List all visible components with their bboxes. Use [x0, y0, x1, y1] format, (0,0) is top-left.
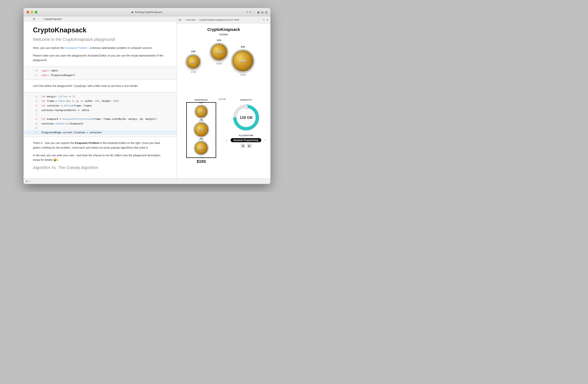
status-bar: ⊞ □	[23, 178, 271, 184]
donut-chart: 128 GB	[231, 103, 261, 133]
code-block-1: 10 import UIKit 11 import PlaygroundSupp…	[23, 66, 177, 80]
status-icon-1[interactable]: ⊞	[26, 180, 28, 183]
etc-coin: ETC	[193, 122, 209, 137]
live-toolbar: ⊞ ‹ › Live View › CryptoKnapsack.playgro…	[177, 16, 271, 23]
algorithm-selector[interactable]: Dynamic Programming	[231, 138, 261, 142]
algorithm-label: ALGORITHM	[226, 134, 267, 136]
titlebar: ▶ Running CryptoKnapsack ≡ ↻ ← ▣ ▤ ▥	[23, 8, 271, 16]
forward-nav-icon[interactable]: ›	[38, 18, 39, 20]
live-forward-icon[interactable]: ›	[184, 18, 185, 21]
zec-size: 12 GB	[190, 71, 196, 73]
veri-coin-wrapper: $138 VERI 30 GB	[210, 43, 228, 61]
algo-next-label: Cu	[264, 139, 267, 141]
algorithm-section: ALGORITHM dy Dynamic Programming Cu	[226, 134, 267, 148]
code-inline-liveview: liveView	[73, 84, 87, 88]
playground-icon: ▶	[132, 11, 133, 13]
donut-center: 128 GB	[240, 115, 253, 120]
xmr-coin-wrapper: $190 XMR 45 GB	[231, 49, 254, 73]
window-controls	[26, 11, 37, 13]
back-nav-icon[interactable]: ‹	[36, 18, 37, 20]
knapsack-section: KNAPSACK 120 GB $123 LTC 16 GB	[181, 99, 222, 164]
neo-knapsack-wrapper: $54 NEO 40 GB	[194, 140, 209, 156]
editor-pane: ⊞ ‹ › 📄 CryptoKnapsack CryptoKnapsack We…	[23, 16, 177, 178]
zec-name: ZEC	[191, 60, 196, 64]
xmr-name: XMR	[240, 59, 246, 63]
million-paragraph: In the end, you can write your own - and…	[33, 153, 168, 162]
zec-coin: ZEC	[185, 54, 201, 70]
editor-breadcrumb: CryptoKnapsack	[44, 18, 62, 20]
play-button[interactable]: ▶	[247, 144, 251, 148]
capacity-value: 128 GB	[240, 115, 253, 120]
capacity-top-label: 120 GB	[219, 98, 226, 100]
knapsack-total: $193	[181, 159, 222, 164]
live-content: CryptoKnapsack COINS $138 VERI 30 GB	[177, 23, 271, 178]
code-block-2: 13 let margin: CGFloat = 15 14 let frame…	[23, 92, 177, 137]
minimize-button[interactable]	[31, 11, 33, 13]
grid-icon[interactable]: ⊞	[33, 17, 35, 20]
main-content: ⊞ ‹ › 📄 CryptoKnapsack CryptoKnapsack We…	[23, 16, 271, 178]
ltc-coin: LTC	[194, 105, 208, 119]
knapsack-box: $123 LTC 16 GB $16 ETC	[186, 102, 216, 158]
close-button[interactable]	[26, 11, 29, 13]
status-icon-2[interactable]: □	[29, 180, 30, 183]
live-back-icon[interactable]: ‹	[182, 18, 183, 21]
live-close-icon[interactable]: ✕	[266, 18, 269, 21]
titlebar-actions: ≡ ↻ ← ▣ ▤ ▥	[246, 11, 268, 14]
neo-name: NEO	[199, 147, 204, 150]
bottom-section: KNAPSACK 120 GB $123 LTC 16 GB	[181, 99, 267, 164]
zec-coin-wrapper: $199 ZEC 12 GB	[185, 54, 201, 70]
list-icon[interactable]: ≡	[246, 11, 248, 14]
ltc-price: $123	[199, 102, 203, 104]
coins-label: COINS	[181, 33, 267, 36]
algo-prev-label: dy	[226, 139, 228, 141]
ltc-knapsack-wrapper: $123 LTC 16 GB	[194, 105, 208, 119]
live-toolbar-left: ⊞ ‹ › Live View › CryptoKnapsack.playgro…	[179, 18, 261, 21]
neo-size: 40 GB	[199, 157, 204, 158]
page-subtitle: Welcome to the CryptoKnapsack playground…	[33, 37, 168, 42]
liveview-paragraph: Let's first define the playground's live…	[33, 84, 168, 88]
veri-size: 30 GB	[216, 63, 222, 65]
capacity-section: CAPACITY 12	[226, 99, 267, 148]
live-breadcrumb-live: Live View	[186, 19, 196, 21]
knapsack-label: KNAPSACK	[181, 99, 222, 101]
layout3-icon[interactable]: ▥	[265, 11, 268, 14]
neo-price: $54	[200, 137, 203, 139]
live-add-icon[interactable]: +	[263, 18, 265, 22]
layout1-icon[interactable]: ▣	[257, 11, 260, 14]
veri-name: VERI	[216, 50, 222, 54]
algo-controls: ■ ▶	[226, 144, 267, 148]
algo-heading: Algorithm #1: The Greedy Algorithm	[33, 165, 168, 170]
veri-coin: VERI	[210, 43, 228, 61]
maximize-button[interactable]	[35, 11, 37, 13]
etc-name: ETC	[199, 128, 204, 131]
refresh-icon[interactable]: ↻	[249, 11, 252, 14]
coins-area: $138 VERI 30 GB $190 XMR	[181, 39, 267, 97]
ltc-name: LTC	[199, 111, 203, 113]
explore-paragraph: That's it - now you can explore the Knap…	[33, 141, 168, 150]
intro-paragraph: Here, you can explore the Knapsack Probl…	[33, 46, 168, 50]
etc-knapsack-wrapper: $16 ETC 64 GB	[193, 122, 209, 137]
etc-price: $16	[200, 119, 203, 120]
stop-button[interactable]: ■	[241, 144, 245, 148]
xmr-price: $190	[241, 46, 245, 48]
knapsack-link[interactable]: Knapsack Problem	[65, 46, 87, 49]
live-pane: ⊞ ‹ › Live View › CryptoKnapsack.playgro…	[177, 16, 271, 178]
capacity-label: CAPACITY	[240, 99, 252, 101]
xmr-coin: XMR	[231, 49, 254, 73]
live-grid-icon[interactable]: ⊞	[179, 18, 181, 21]
live-breadcrumb-file: CryptoKnapsack.playground (Live View)	[199, 19, 239, 21]
assistant-editor-note: Please make sure you open the playground…	[33, 53, 168, 63]
veri-price: $138	[217, 39, 221, 41]
page-title: CryptoKnapsack	[33, 26, 168, 34]
file-icon: 📄	[40, 18, 43, 20]
layout2-icon[interactable]: ▤	[261, 11, 264, 14]
neo-coin: NEO	[194, 140, 209, 156]
algorithm-name: Dynamic Programming	[233, 139, 258, 141]
xmr-size: 45 GB	[240, 74, 245, 76]
back-icon[interactable]: ←	[253, 11, 256, 14]
svg-rect-2	[245, 105, 248, 109]
live-view-title: CryptoKnapsack	[181, 27, 267, 32]
zec-price: $199	[191, 50, 195, 53]
titlebar-title: ▶ Running CryptoKnapsack	[132, 11, 162, 13]
main-window: ▶ Running CryptoKnapsack ≡ ↻ ← ▣ ▤ ▥ ⊞ ‹…	[23, 8, 271, 184]
